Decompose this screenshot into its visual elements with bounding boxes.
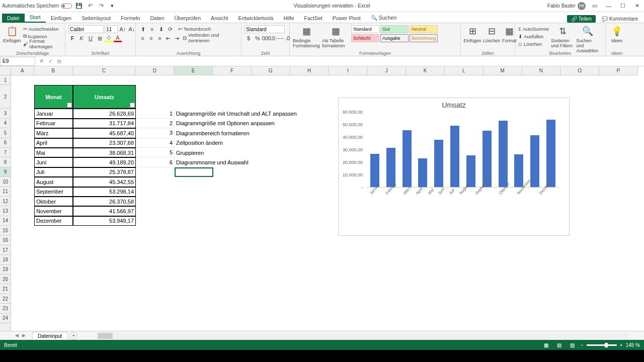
- autosum-button[interactable]: Σ AutoSumme: [518, 25, 549, 32]
- style-ausgabe[interactable]: Ausgabe: [380, 34, 409, 42]
- currency-icon[interactable]: $: [245, 34, 253, 42]
- border-button[interactable]: ⊞: [96, 34, 104, 42]
- table-cell-month[interactable]: November: [34, 206, 73, 216]
- row-header-17[interactable]: 17: [0, 245, 11, 255]
- note-text[interactable]: Gruppieren: [175, 148, 326, 157]
- row-header-4[interactable]: 4: [0, 119, 11, 128]
- align-center-icon[interactable]: ≡: [147, 34, 155, 42]
- tab-review[interactable]: Überprüfen: [170, 14, 206, 23]
- orientation-icon[interactable]: ⟳: [166, 25, 174, 33]
- row-header-23[interactable]: 23: [0, 304, 11, 313]
- table-cell-month[interactable]: Januar: [34, 109, 73, 118]
- chart-bar[interactable]: [546, 120, 555, 187]
- view-normal-icon[interactable]: ▦: [541, 341, 551, 348]
- col-header-F[interactable]: F: [213, 66, 252, 75]
- sort-filter-button[interactable]: ⇅ Sortieren und Filtern: [551, 25, 574, 48]
- increase-decimal-icon[interactable]: .0→: [272, 34, 280, 42]
- col-header-E[interactable]: E: [174, 66, 213, 75]
- confirm-formula-icon[interactable]: ✓: [46, 57, 54, 65]
- row-header-13[interactable]: 13: [0, 206, 11, 216]
- table-cell-month[interactable]: Juni: [34, 157, 73, 167]
- minimize-icon[interactable]: —: [604, 2, 614, 10]
- col-header-L[interactable]: L: [445, 66, 484, 75]
- zoom-out-icon[interactable]: −: [581, 342, 584, 348]
- sheet-tab-dateninput[interactable]: Dateninput: [32, 332, 67, 340]
- tab-data[interactable]: Daten: [145, 14, 169, 23]
- chart-bar[interactable]: [403, 130, 412, 187]
- close-icon[interactable]: ✕: [632, 2, 642, 10]
- table-cell-value[interactable]: 25.378,87: [73, 167, 136, 177]
- comments-button[interactable]: 💬 Kommentare: [598, 15, 642, 23]
- note-number[interactable]: 3: [136, 128, 175, 138]
- table-cell-month[interactable]: Mai: [34, 148, 73, 157]
- ideas-button[interactable]: 💡 Ideen: [609, 25, 625, 43]
- row-header-21[interactable]: 21: [0, 284, 11, 294]
- row-header-12[interactable]: 12: [0, 197, 11, 206]
- style-schlecht[interactable]: Schlecht: [351, 34, 379, 42]
- add-sheet-button[interactable]: +: [69, 332, 77, 340]
- merge-button[interactable]: ⊟ Verbinden und zentrieren: [183, 34, 238, 41]
- note-text[interactable]: Zellposition ändern: [175, 138, 326, 148]
- note-number[interactable]: 2: [136, 119, 175, 128]
- row-header-16[interactable]: 16: [0, 235, 11, 245]
- col-header-B[interactable]: B: [34, 66, 73, 75]
- tab-formulas[interactable]: Formeln: [116, 14, 145, 23]
- row-header-6[interactable]: 6: [0, 138, 11, 148]
- wrap-text-button[interactable]: ↩ Textumbruch: [178, 25, 211, 32]
- share-button[interactable]: 🔗 Teilen: [567, 15, 596, 23]
- col-header-J[interactable]: J: [367, 66, 406, 75]
- table-cell-month[interactable]: August: [34, 177, 73, 187]
- table-cell-value[interactable]: 41.566,97: [73, 206, 136, 216]
- table-cell-value[interactable]: 26.370,58: [73, 197, 136, 206]
- note-number[interactable]: 4: [136, 138, 175, 148]
- col-header-P[interactable]: P: [599, 66, 638, 75]
- percent-icon[interactable]: %: [254, 34, 262, 42]
- col-header-H[interactable]: H: [290, 66, 329, 75]
- qat-more-icon[interactable]: ▾: [108, 2, 116, 10]
- row-header-3[interactable]: 3: [0, 109, 11, 118]
- chart-umsatz[interactable]: Umsatz60.000,0050.000,0040.000,0030.000,…: [338, 98, 570, 236]
- row-header-8[interactable]: 8: [0, 157, 11, 167]
- increase-font-icon[interactable]: A↑: [119, 25, 127, 33]
- align-bottom-icon[interactable]: ⬇: [157, 25, 165, 33]
- table-cell-value[interactable]: 49.189,20: [73, 157, 136, 167]
- tab-file[interactable]: Datei: [2, 14, 25, 23]
- chart-bar[interactable]: [418, 158, 427, 188]
- row-header-14[interactable]: 14: [0, 216, 11, 226]
- row-header-20[interactable]: 20: [0, 275, 11, 284]
- decrease-indent-icon[interactable]: ⇤: [165, 34, 172, 42]
- decrease-font-icon[interactable]: A↓: [128, 25, 136, 33]
- undo-icon[interactable]: ↶: [86, 2, 94, 10]
- note-number[interactable]: 5: [136, 148, 175, 157]
- note-number[interactable]: 1: [136, 109, 175, 118]
- autosave-toggle[interactable]: Automatisches Speichern: [2, 3, 72, 9]
- ribbon-options-icon[interactable]: ▭: [590, 2, 600, 10]
- note-text[interactable]: Diagrammgröße mit Umschalt und ALT anpas…: [175, 109, 326, 118]
- save-icon[interactable]: 💾: [75, 2, 83, 10]
- font-select[interactable]: [68, 25, 104, 33]
- table-cell-value[interactable]: 26.628,69: [73, 109, 136, 118]
- font-color-button[interactable]: A: [114, 34, 122, 42]
- row-header-7[interactable]: 7: [0, 148, 11, 157]
- tab-view[interactable]: Ansicht: [206, 14, 233, 23]
- maximize-icon[interactable]: ☐: [618, 2, 628, 10]
- col-header-C[interactable]: C: [73, 66, 136, 75]
- row-header-24[interactable]: 24: [0, 314, 11, 323]
- tab-factset[interactable]: FactSet: [299, 14, 328, 23]
- sheet-next-icon[interactable]: ▶: [22, 333, 28, 339]
- fill-button[interactable]: ⬇ Ausfüllen: [518, 33, 549, 40]
- paste-button[interactable]: 📋 Einfügen: [3, 25, 21, 43]
- thousands-icon[interactable]: 000: [263, 34, 271, 42]
- table-cell-value[interactable]: 45.687,40: [73, 128, 136, 138]
- cancel-formula-icon[interactable]: ✕: [37, 57, 45, 65]
- fill-color-button[interactable]: ◇: [105, 34, 113, 42]
- delete-cells-button[interactable]: ⊟ Löschen: [483, 25, 500, 43]
- align-middle-icon[interactable]: ≡: [148, 25, 156, 33]
- row-header-1[interactable]: 1: [0, 75, 11, 85]
- table-cell-month[interactable]: September: [34, 187, 73, 197]
- table-cell-value[interactable]: 23.307,68: [73, 138, 136, 148]
- horizontal-scrollbar[interactable]: [98, 333, 629, 339]
- number-format-select[interactable]: [245, 25, 285, 33]
- row-header-2[interactable]: 2: [0, 85, 11, 109]
- style-gut[interactable]: Gut: [380, 25, 409, 33]
